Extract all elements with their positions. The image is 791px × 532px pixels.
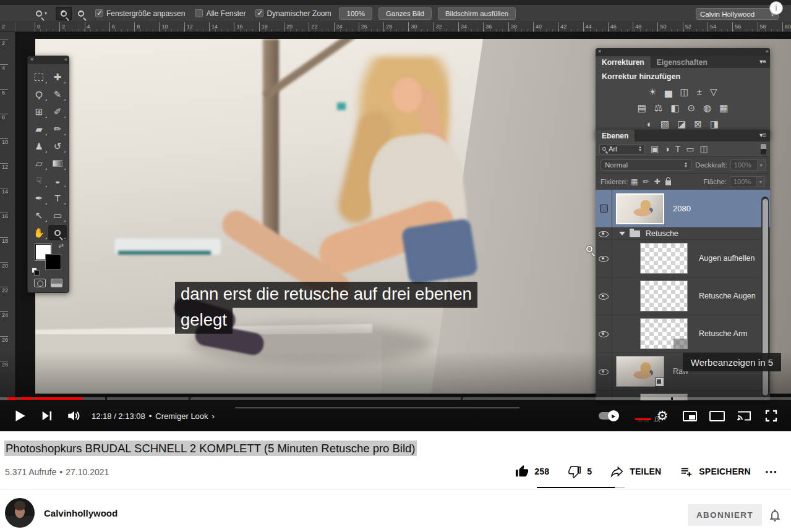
filter-switch-icon[interactable]: [761, 144, 766, 154]
screen-mode-icon[interactable]: [51, 279, 62, 287]
background-color-swatch[interactable]: [45, 254, 61, 270]
flaeche-value[interactable]: 100%: [730, 176, 757, 187]
photo-filter-icon[interactable]: ⊙: [687, 103, 695, 114]
zoom-tool[interactable]: [48, 225, 67, 240]
miniplayer-button[interactable]: [676, 402, 703, 430]
play-button[interactable]: [6, 402, 33, 430]
swap-colors-icon[interactable]: ⇄: [59, 242, 64, 249]
eyedropper-tool[interactable]: ✐: [48, 104, 67, 119]
gradient-map-icon[interactable]: ◨: [710, 119, 719, 130]
panel-menu-icon[interactable]: ▾≡: [759, 58, 766, 65]
checkbox-dynamischer-zoom[interactable]: Dynamischer Zoom: [255, 9, 331, 18]
lasso-tool[interactable]: Ϙ: [30, 87, 48, 102]
layer-thumbnail[interactable]: [616, 193, 664, 224]
progress-bar[interactable]: [0, 397, 791, 400]
deckkraft-value[interactable]: 100%: [730, 159, 758, 171]
subtitles-button[interactable]: [622, 402, 649, 430]
exposure-icon[interactable]: ±: [697, 87, 702, 98]
zoom-in-button[interactable]: +: [56, 7, 72, 20]
subscribed-button[interactable]: ABONNIERT: [688, 504, 762, 526]
layer-row-augen-aufhellen[interactable]: Augen aufhellen: [596, 240, 770, 277]
layer-group-retusche[interactable]: Retusche: [596, 228, 770, 240]
smudge-tool[interactable]: ☟: [30, 173, 48, 188]
lock-transparent-pixels-icon[interactable]: ▦: [631, 177, 638, 186]
hand-tool[interactable]: ✋: [30, 225, 48, 240]
chevron-down-icon[interactable]: ▼: [758, 159, 766, 171]
levels-icon[interactable]: ▅: [665, 87, 672, 98]
layer-thumbnail[interactable]: [640, 318, 688, 349]
dodge-tool[interactable]: ◒: [48, 173, 67, 188]
chevron-right-icon[interactable]: ›: [212, 412, 215, 421]
share-button[interactable]: TEILEN: [601, 460, 670, 483]
settings-button[interactable]: ⚙: [649, 402, 676, 430]
default-colors-icon[interactable]: [32, 268, 40, 276]
gradient-tool[interactable]: [48, 156, 67, 171]
move-tool[interactable]: ✚: [48, 69, 67, 85]
rect-marquee-tool[interactable]: [30, 69, 48, 85]
tab-korrekturen[interactable]: Korrekturen: [596, 56, 651, 68]
filter-type-select[interactable]: Art ▲▼: [599, 144, 645, 154]
path-selection-tool[interactable]: ↖: [30, 208, 48, 223]
notification-bell-button[interactable]: [766, 507, 784, 524]
like-button[interactable]: 258: [506, 460, 558, 483]
hue-saturation-icon[interactable]: ▤: [638, 103, 646, 114]
tab-eigenschaften[interactable]: Eigenschaften: [651, 56, 714, 68]
brush-tool[interactable]: ✏: [48, 121, 67, 137]
theater-mode-button[interactable]: [703, 402, 730, 430]
invert-icon[interactable]: ◐: [647, 119, 652, 130]
black-white-icon[interactable]: ◧: [670, 103, 679, 114]
next-button[interactable]: [33, 402, 61, 430]
type-tool[interactable]: T: [48, 190, 67, 206]
channel-name[interactable]: Calvinhollywood: [44, 508, 118, 518]
chapter-title[interactable]: Cremiger Look: [155, 412, 208, 421]
zoom-tool-dropdown[interactable]: ▾: [36, 11, 47, 17]
close-icon[interactable]: ×: [598, 48, 601, 54]
video-player[interactable]: ▾ + − Fenstergröße anpassen Alle Fenster…: [0, 0, 791, 431]
autoplay-toggle[interactable]: ▶: [594, 402, 622, 430]
channel-mixer-icon[interactable]: ◍: [703, 103, 711, 114]
brightness-contrast-icon[interactable]: ☀: [649, 87, 657, 98]
cast-button[interactable]: [730, 402, 758, 430]
selective-color-icon[interactable]: ⊠: [694, 119, 702, 130]
layer-row-2080[interactable]: 2080: [596, 190, 770, 228]
checkbox-fenstergroesse-anpassen[interactable]: Fenstergröße anpassen: [95, 9, 185, 18]
tab-ebenen[interactable]: Ebenen: [596, 130, 635, 141]
color-balance-icon[interactable]: ⚖: [654, 103, 662, 114]
healing-brush-tool[interactable]: ▰: [30, 121, 48, 137]
collapse-icon[interactable]: «: [766, 48, 767, 54]
volume-button[interactable]: [61, 402, 88, 430]
dislike-button[interactable]: 5: [558, 460, 601, 483]
zoom-out-button[interactable]: −: [73, 7, 89, 20]
quick-selection-tool[interactable]: ✎: [48, 87, 67, 102]
lock-position-icon[interactable]: ✚: [654, 177, 661, 186]
expand-caret-icon[interactable]: [619, 232, 625, 235]
lock-image-pixels-icon[interactable]: ✏: [643, 177, 649, 186]
more-actions-button[interactable]: ⋯: [760, 460, 782, 483]
layer-row-retusche-arm[interactable]: Retusche Arm: [596, 315, 770, 353]
filter-pixel-layers-icon[interactable]: ▣: [651, 144, 659, 154]
panel-menu-icon[interactable]: ▾≡: [759, 132, 766, 138]
threshold-icon[interactable]: ◪: [677, 119, 686, 130]
visibility-toggle[interactable]: [596, 228, 612, 239]
checkbox-alle-fenster[interactable]: Alle Fenster: [195, 9, 246, 18]
lock-all-icon[interactable]: [665, 180, 671, 185]
layer-thumbnail[interactable]: [640, 243, 688, 274]
blend-mode-select[interactable]: Normal ▲▼: [601, 159, 692, 171]
history-brush-tool[interactable]: ↺: [48, 138, 67, 154]
visibility-toggle[interactable]: [596, 315, 612, 352]
chevron-down-icon[interactable]: ▼: [757, 176, 765, 187]
posterize-icon[interactable]: ▨: [661, 119, 669, 130]
filter-adjustment-layers-icon[interactable]: ◑: [664, 144, 669, 154]
filter-shape-layers-icon[interactable]: ▭: [686, 144, 694, 154]
curves-icon[interactable]: ◫: [680, 87, 689, 98]
zoom-100-button[interactable]: 100%: [339, 7, 372, 20]
close-icon[interactable]: ×: [30, 56, 33, 62]
clone-stamp-tool[interactable]: ♟: [30, 138, 48, 154]
filter-type-layers-icon[interactable]: T: [675, 144, 681, 154]
shape-tool[interactable]: ▭: [48, 208, 67, 223]
eraser-tool[interactable]: ▱: [30, 156, 48, 171]
layer-thumbnail[interactable]: [640, 281, 688, 311]
workspace-select[interactable]: Calvin Hollywood ▲▼: [696, 8, 779, 20]
collapse-icon[interactable]: «: [64, 56, 66, 62]
fullscreen-button[interactable]: [758, 402, 785, 430]
